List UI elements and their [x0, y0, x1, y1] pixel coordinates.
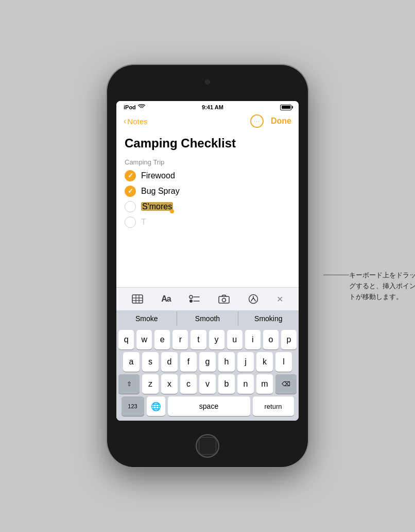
item-label: Firewood — [141, 171, 175, 180]
camera-button[interactable] — [216, 292, 232, 306]
svg-point-5 — [189, 295, 193, 298]
item-label-selected-wrap: S'mores — [141, 202, 173, 211]
markup-button[interactable] — [246, 292, 261, 306]
svg-point-11 — [249, 295, 257, 304]
home-button[interactable] — [196, 434, 219, 458]
item-label: Bug Spray — [141, 187, 180, 196]
list-item: ✓ Bug Spray — [125, 186, 290, 197]
item-label: T — [141, 218, 146, 227]
back-button[interactable]: ‹ Notes — [124, 117, 148, 126]
text-cursor-dot — [170, 209, 174, 213]
key-r[interactable]: r — [172, 330, 188, 350]
key-e[interactable]: e — [154, 330, 170, 350]
checklist-button[interactable] — [187, 292, 202, 306]
key-d[interactable]: d — [161, 352, 178, 372]
status-right — [280, 105, 291, 110]
autocomplete-suggestion-2[interactable]: Smooth — [177, 310, 237, 327]
key-t[interactable]: t — [191, 330, 206, 350]
checkbox-unchecked[interactable] — [125, 217, 136, 228]
checkbox-checked[interactable]: ✓ — [125, 186, 136, 197]
svg-rect-0 — [132, 295, 143, 303]
note-content[interactable]: Camping Checklist Camping Trip ✓ Firewoo… — [116, 132, 299, 287]
selected-text-wrap: S'mores — [141, 202, 173, 211]
key-u[interactable]: u — [227, 330, 243, 350]
key-a[interactable]: a — [123, 352, 140, 372]
close-icon: ✕ — [276, 294, 283, 304]
note-title: Camping Checklist — [125, 136, 290, 151]
selected-item-label[interactable]: S'mores — [141, 202, 173, 211]
key-emoji[interactable]: 🌐 — [147, 396, 165, 416]
key-l[interactable]: l — [275, 352, 292, 372]
key-m[interactable]: m — [256, 374, 273, 394]
key-g[interactable]: g — [199, 352, 216, 372]
keyboard-row-3: ⇧ z x c v b n m ⌫ — [118, 374, 297, 394]
key-numbers[interactable]: 123 — [122, 396, 144, 416]
close-button[interactable]: ✕ — [274, 292, 285, 306]
status-bar: iPod 9:41 AM — [116, 101, 299, 112]
key-z[interactable]: z — [142, 374, 159, 394]
key-v[interactable]: v — [199, 374, 216, 394]
checkmark-icon: ✓ — [128, 172, 133, 179]
back-label: Notes — [127, 117, 147, 126]
key-s[interactable]: s — [142, 352, 159, 372]
svg-point-10 — [222, 298, 226, 302]
key-i[interactable]: i — [245, 330, 261, 350]
keyboard-row-4: 123 🌐 space return — [118, 396, 297, 416]
autocomplete-suggestion-3[interactable]: Smoking — [238, 310, 299, 327]
keyboard-row-1: q w e r t y u i o p — [118, 330, 297, 350]
more-button[interactable]: ··· — [250, 114, 264, 128]
keyboard[interactable]: q w e r t y u i o p a s d f g — [116, 327, 299, 421]
key-q[interactable]: q — [118, 330, 134, 350]
key-f[interactable]: f — [180, 352, 197, 372]
annotation-text: キーボード上をドラッグすると、挿入ポイントが移動します。 — [349, 270, 415, 302]
annotation-line — [323, 275, 349, 275]
list-item: T — [125, 217, 290, 228]
device-frame: iPod 9:41 AM — [107, 65, 308, 467]
list-item: ✓ Firewood — [125, 170, 290, 181]
battery-icon — [280, 105, 291, 110]
key-space[interactable]: space — [168, 396, 250, 416]
key-c[interactable]: c — [180, 374, 197, 394]
key-j[interactable]: j — [237, 352, 254, 372]
status-time: 9:41 AM — [202, 104, 223, 110]
note-subtitle: Camping Trip — [125, 158, 290, 166]
key-h[interactable]: h — [218, 352, 235, 372]
key-w[interactable]: w — [136, 330, 152, 350]
table-button[interactable] — [130, 292, 145, 306]
wifi-icon — [138, 104, 145, 110]
formatting-toolbar: Aa — [116, 287, 299, 310]
key-o[interactable]: o — [263, 330, 279, 350]
checkbox-unchecked[interactable] — [125, 201, 136, 212]
key-return[interactable]: return — [253, 396, 294, 416]
done-button[interactable]: Done — [271, 117, 291, 126]
key-b[interactable]: b — [218, 374, 235, 394]
key-x[interactable]: x — [161, 374, 178, 394]
checkbox-checked[interactable]: ✓ — [125, 170, 136, 181]
carrier-label: iPod — [124, 104, 136, 110]
autocomplete-bar: Smoke Smooth Smoking — [116, 310, 299, 327]
annotation: キーボード上をドラッグすると、挿入ポイントが移動します。 — [323, 270, 415, 302]
key-y[interactable]: y — [209, 330, 224, 350]
more-icon: ··· — [254, 118, 260, 124]
key-delete[interactable]: ⌫ — [275, 374, 297, 394]
status-left: iPod — [124, 104, 145, 110]
key-k[interactable]: k — [256, 352, 273, 372]
key-shift[interactable]: ⇧ — [118, 374, 140, 394]
autocomplete-suggestion-1[interactable]: Smoke — [116, 310, 177, 327]
format-text-icon: Aa — [161, 294, 170, 304]
nav-bar: ‹ Notes ··· Done — [116, 112, 299, 132]
checkmark-icon: ✓ — [128, 187, 133, 195]
device-screen: iPod 9:41 AM — [116, 101, 299, 421]
format-text-button[interactable]: Aa — [159, 292, 172, 306]
key-p[interactable]: p — [281, 330, 297, 350]
keyboard-row-2: a s d f g h j k l — [118, 352, 297, 372]
nav-actions: ··· Done — [250, 114, 291, 128]
front-camera-icon — [205, 79, 210, 85]
svg-point-7 — [189, 300, 193, 303]
key-n[interactable]: n — [237, 374, 254, 394]
back-chevron-icon: ‹ — [124, 117, 126, 126]
list-item: S'mores — [125, 201, 290, 212]
